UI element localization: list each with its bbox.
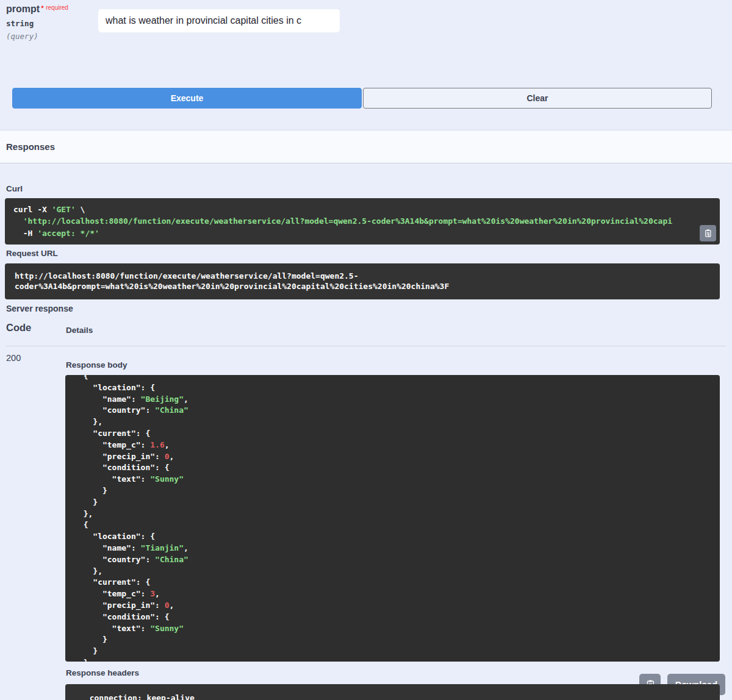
responses-title: Responses [6, 141, 55, 152]
parameter-name: prompt [6, 4, 40, 14]
curl-command-block[interactable]: curl -X 'GET' \ 'http://localhost:8080/f… [5, 198, 720, 245]
response-body-block[interactable]: { "location": { "name": "Beijing", "coun… [65, 375, 720, 662]
required-label: required [46, 4, 68, 11]
server-response-title: Server response [6, 304, 73, 313]
parameter-location: (query) [6, 32, 68, 41]
table-divider [6, 346, 726, 346]
response-body-label: Response body [66, 360, 127, 370]
curl-label: Curl [6, 184, 23, 193]
clear-button[interactable]: Clear [363, 88, 712, 109]
clipboard-copy-icon [703, 229, 712, 238]
parameter-meta: prompt*required string (query) [6, 4, 68, 41]
execute-button[interactable]: Execute [12, 88, 362, 109]
copy-curl-button[interactable] [700, 225, 716, 241]
response-headers-block[interactable]: connection: keep-alive [65, 684, 720, 700]
swagger-try-it-out-panel: prompt*required string (query) Execute C… [0, 0, 732, 700]
status-code: 200 [6, 353, 21, 363]
request-url-block[interactable]: http://localhost:8080/function/execute/w… [5, 263, 720, 299]
responses-section-header: Responses [0, 130, 732, 163]
parameter-type: string [6, 19, 68, 28]
prompt-input[interactable] [98, 9, 340, 33]
request-url-label: Request URL [6, 249, 58, 258]
details-column-header: Details [66, 326, 93, 335]
required-asterisk: * [41, 4, 44, 13]
execute-clear-row: Execute Clear [12, 88, 712, 109]
response-headers-label: Response headers [66, 668, 139, 677]
code-column-header: Code [6, 322, 31, 334]
